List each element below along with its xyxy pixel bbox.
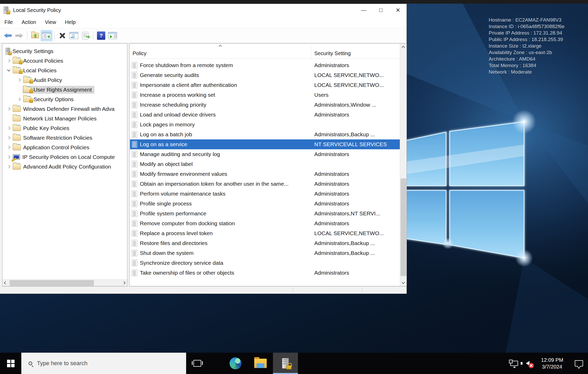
properties-button[interactable] <box>68 30 80 41</box>
policy-name: Force shutdown from a remote system <box>140 62 306 68</box>
show-console-tree-button[interactable] <box>41 30 52 41</box>
chevron-right-icon[interactable] <box>7 126 10 130</box>
policy-row[interactable]: Modify firmware environment valuesAdmini… <box>130 169 400 179</box>
policy-row[interactable]: Modify an object label <box>130 159 400 169</box>
help-button[interactable]: ? <box>95 30 107 41</box>
tree-item-public-key-policies[interactable]: Public Key Policies <box>2 123 127 133</box>
info-instance-size: Instance Size : t2.xlarge <box>489 43 565 49</box>
delete-button[interactable] <box>57 30 68 41</box>
policy-row[interactable]: Shut down the systemAdministrators,Backu… <box>130 248 400 258</box>
tree-item-local-policies[interactable]: Local Policies <box>2 66 127 75</box>
menu-view[interactable]: View <box>41 19 61 25</box>
tree-horizontal-scrollbar[interactable] <box>2 279 127 286</box>
taskbar-edge-button[interactable] <box>223 353 248 374</box>
chevron-right-icon[interactable] <box>7 107 10 111</box>
taskbar-local-security-policy-button[interactable] <box>273 353 298 374</box>
task-view-button[interactable] <box>186 353 208 374</box>
scroll-up-icon[interactable] <box>402 46 405 49</box>
tree-item-account-policies[interactable]: Account Policies <box>2 56 127 66</box>
tree-item-ip-security-policies[interactable]: IP Security Policies on Local Compute <box>2 152 127 162</box>
chevron-down-icon[interactable] <box>7 68 10 72</box>
action-center-button[interactable] <box>570 353 588 374</box>
menu-action[interactable]: Action <box>17 19 41 25</box>
network-tray-button[interactable] <box>507 353 521 374</box>
up-folder-icon <box>31 33 39 38</box>
chevron-right-icon[interactable] <box>17 78 21 82</box>
titlebar[interactable]: Local Security Policy — □ × <box>0 4 407 16</box>
tree-item-audit-policy[interactable]: Audit Policy <box>2 75 127 85</box>
policy-row[interactable]: Lock pages in memory <box>130 120 400 130</box>
system-tray: 12:09 PM 3/7/2024 <box>507 353 588 374</box>
maximize-button[interactable]: □ <box>372 4 389 16</box>
show-action-pane-button[interactable] <box>107 30 118 41</box>
security-settings-icon <box>5 48 10 55</box>
tree-item-security-options[interactable]: Security Options <box>2 94 127 104</box>
tree-item-network-list-manager[interactable]: Network List Manager Policies <box>2 114 127 123</box>
close-button[interactable]: × <box>389 4 407 16</box>
folder-icon <box>13 125 21 131</box>
tree-item-windows-defender-firewall[interactable]: Windows Defender Firewall with Adva <box>2 104 127 114</box>
policy-row[interactable]: Take ownership of files or other objects… <box>130 268 400 278</box>
help-icon: ? <box>97 31 105 40</box>
policy-name: Manage auditing and security log <box>140 151 306 157</box>
scroll-left-icon[interactable] <box>4 281 7 285</box>
policy-row[interactable]: Increase scheduling priorityAdministrato… <box>130 100 400 110</box>
volume-tray-button[interactable] <box>521 353 534 374</box>
policy-row[interactable]: Synchronize directory service data <box>130 258 400 268</box>
policy-row[interactable]: Perform volume maintenance tasksAdminist… <box>130 189 400 199</box>
scrollbar-thumb[interactable] <box>401 178 406 276</box>
scroll-down-icon[interactable] <box>402 281 405 284</box>
minimize-button[interactable]: — <box>355 4 372 16</box>
policy-row[interactable]: Log on as a batch jobAdministrators,Back… <box>130 130 400 139</box>
toolbar-separator <box>27 31 27 40</box>
policy-row[interactable]: Profile single processAdministrators <box>130 199 400 209</box>
policy-row[interactable]: Manage auditing and security logAdminist… <box>130 149 400 159</box>
chevron-right-icon[interactable] <box>7 146 10 149</box>
taskbar-search-input[interactable]: Type here to search <box>21 353 186 374</box>
up-one-level-button[interactable] <box>29 30 41 41</box>
policy-row[interactable]: Impersonate a client after authenticatio… <box>130 80 400 90</box>
start-button[interactable] <box>0 353 21 374</box>
tree-item-software-restriction-policies[interactable]: Software Restriction Policies <box>2 133 127 143</box>
taskbar-clock[interactable]: 12:09 PM 3/7/2024 <box>534 353 570 374</box>
menu-help[interactable]: Help <box>61 19 80 25</box>
menu-file[interactable]: File <box>0 19 17 25</box>
column-header-policy[interactable]: Policy <box>133 50 146 56</box>
tree-item-advanced-audit-policy[interactable]: Advanced Audit Policy Configuration <box>2 162 127 171</box>
security-setting-value: Administrators <box>314 181 349 187</box>
policy-row[interactable]: Force shutdown from a remote systemAdmin… <box>130 60 400 70</box>
policy-row[interactable]: Increase a process working setUsers <box>130 90 400 100</box>
policy-row[interactable]: Obtain an impersonation token for anothe… <box>130 179 400 189</box>
column-divider[interactable] <box>311 46 311 59</box>
policy-row[interactable]: Remove computer from docking stationAdmi… <box>130 218 400 228</box>
scrollbar-thumb[interactable] <box>10 280 94 286</box>
folder-icon <box>13 106 21 112</box>
delete-x-icon <box>58 32 66 40</box>
policy-row[interactable]: Load and unload device driversAdministra… <box>130 110 400 120</box>
scroll-right-icon[interactable] <box>122 281 126 285</box>
policy-row[interactable]: Generate security auditsLOCAL SERVICE,NE… <box>130 70 400 80</box>
policy-row[interactable]: Restore files and directoriesAdministrat… <box>130 238 400 248</box>
policy-row[interactable]: Replace a process level tokenLOCAL SERVI… <box>130 228 400 238</box>
chevron-right-icon[interactable] <box>7 59 10 62</box>
column-header-security-setting[interactable]: Security Setting <box>314 50 351 56</box>
local-security-policy-icon <box>4 7 8 14</box>
policy-row-selected[interactable]: Log on as a serviceNT SERVICE\ALL SERVIC… <box>130 139 400 149</box>
policy-icon <box>132 121 137 128</box>
window-title: Local Security Policy <box>13 7 61 13</box>
forward-button[interactable] <box>14 30 25 41</box>
policy-row[interactable]: Profile system performanceAdministrators… <box>130 209 400 218</box>
taskbar-file-explorer-button[interactable] <box>248 353 273 374</box>
chevron-right-icon[interactable] <box>7 155 10 159</box>
tree-item-user-rights-assignment[interactable]: User Rights Assignment <box>2 85 127 94</box>
chevron-right-icon[interactable] <box>7 165 10 168</box>
list-vertical-scrollbar[interactable] <box>400 44 407 286</box>
back-button[interactable] <box>2 30 14 41</box>
clock-date: 3/7/2024 <box>542 363 562 370</box>
chevron-right-icon[interactable] <box>7 136 10 139</box>
export-list-button[interactable] <box>80 30 91 41</box>
chevron-right-icon[interactable] <box>17 98 21 101</box>
tree-item-application-control-policies[interactable]: Application Control Policies <box>2 143 127 152</box>
console-tree-pane: Security Settings Account Policies Local… <box>2 43 127 286</box>
tree-item-security-settings[interactable]: Security Settings <box>2 46 127 56</box>
